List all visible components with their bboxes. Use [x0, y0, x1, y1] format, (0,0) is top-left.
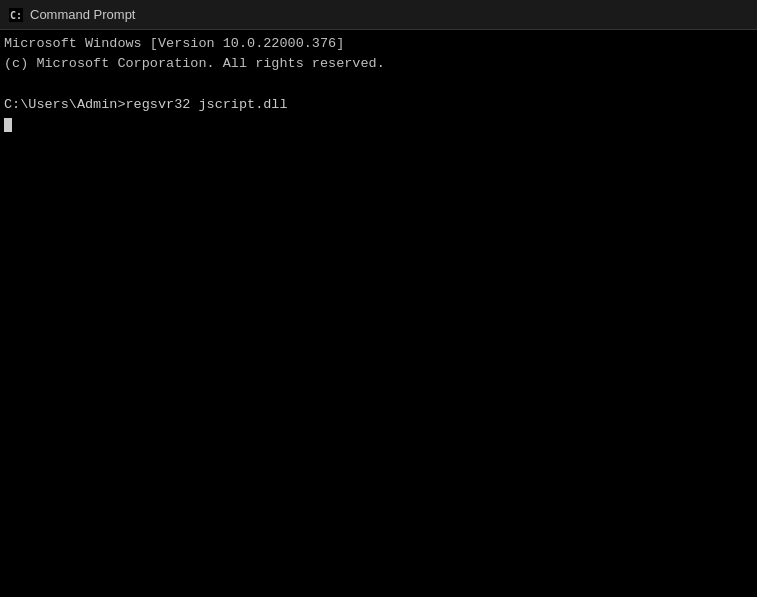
terminal-line-blank [4, 75, 753, 95]
title-bar-text: Command Prompt [30, 7, 135, 22]
svg-text:C:: C: [10, 10, 22, 21]
terminal-line-1: Microsoft Windows [Version 10.0.22000.37… [4, 34, 753, 54]
cmd-icon: C: [8, 7, 24, 23]
terminal-line-prompt: C:\Users\Admin>regsvr32 jscript.dll [4, 95, 753, 115]
terminal-body[interactable]: Microsoft Windows [Version 10.0.22000.37… [0, 30, 757, 597]
terminal-cursor-line [4, 115, 753, 135]
title-bar: C: Command Prompt [0, 0, 757, 30]
cursor [4, 118, 12, 132]
terminal-line-2: (c) Microsoft Corporation. All rights re… [4, 54, 753, 74]
